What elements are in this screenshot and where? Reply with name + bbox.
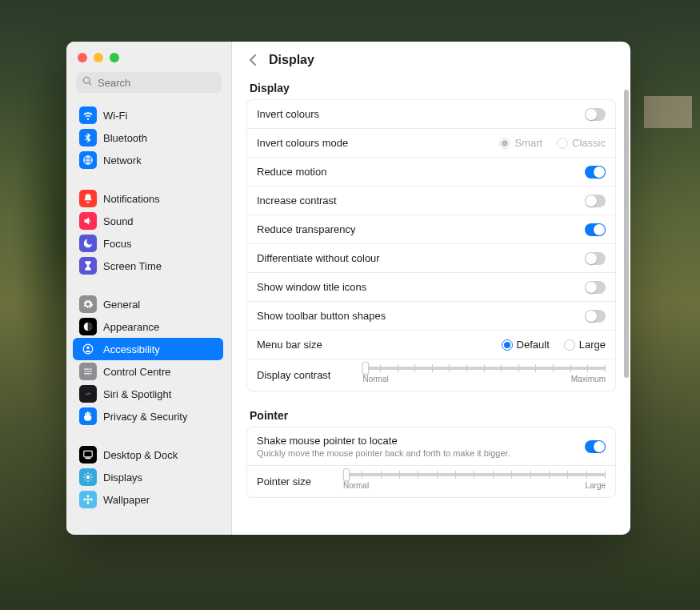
toggle-diff-colour[interactable] <box>585 252 606 265</box>
sidebar-item-appearance[interactable]: Appearance <box>73 315 223 338</box>
sidebar-item-wallpaper[interactable]: Wallpaper <box>73 488 223 511</box>
svg-point-9 <box>87 495 90 498</box>
slider-display-contrast[interactable] <box>362 367 606 370</box>
slider-thumb-display-contrast[interactable] <box>362 362 369 375</box>
sidebar-item-focus[interactable]: Focus <box>73 232 223 255</box>
row-title-icons: Show window title icons <box>247 273 615 302</box>
sidebar-item-label: Appearance <box>103 321 159 333</box>
close-window-button[interactable] <box>78 53 87 62</box>
back-button[interactable] <box>246 53 261 67</box>
label-diff-colour: Differentiate without colour <box>257 252 380 264</box>
section-heading-pointer: Pointer <box>250 409 616 422</box>
slider-min-pointer-size: Normal <box>343 481 369 490</box>
row-reduce-motion: Reduce motion <box>247 158 615 187</box>
search-field[interactable] <box>76 72 222 93</box>
row-menu-bar-size: Menu bar size DefaultLarge <box>247 331 615 359</box>
sidebar-item-network[interactable]: Network <box>73 149 223 171</box>
globe-icon <box>79 151 97 169</box>
radio-option-smart: Smart <box>499 137 542 149</box>
toggle-increase-contrast[interactable] <box>585 195 606 207</box>
label-shake-pointer: Shake mouse pointer to locate <box>257 435 510 447</box>
sound-icon <box>79 212 97 230</box>
radio-icon <box>499 138 510 149</box>
sidebar-item-label: General <box>103 299 140 311</box>
toggle-button-shapes[interactable] <box>585 310 606 323</box>
sub-shake-pointer: Quickly move the mouse pointer back and … <box>257 448 510 458</box>
appearance-icon <box>79 318 97 335</box>
minimize-window-button[interactable] <box>94 53 103 62</box>
sidebar-item-label: Wi-Fi <box>103 110 127 122</box>
sidebar-item-label: Wallpaper <box>103 494 150 506</box>
search-input[interactable] <box>98 77 215 89</box>
sidebar-item-label: Network <box>103 155 142 167</box>
slider-max-display-contrast: Maximum <box>571 375 606 383</box>
page-title: Display <box>269 53 314 67</box>
sidebar-item-bluetooth[interactable]: Bluetooth <box>73 126 223 149</box>
toggle-invert-colours[interactable] <box>585 108 606 121</box>
label-menu-bar-size: Menu bar size <box>257 339 322 351</box>
sidebar-item-label: Displays <box>103 472 142 484</box>
label-title-icons: Show window title icons <box>257 281 366 293</box>
sidebar-item-wifi[interactable]: Wi-Fi <box>73 104 223 126</box>
pointer-settings-card: Shake mouse pointer to locate Quickly mo… <box>246 427 616 498</box>
maximize-window-button[interactable] <box>110 53 119 62</box>
toggle-reduce-motion[interactable] <box>585 166 606 179</box>
svg-point-7 <box>86 476 90 480</box>
radio-option-classic: Classic <box>557 137 606 149</box>
sidebar-item-label: Screen Time <box>103 260 162 272</box>
flower-icon <box>79 491 97 508</box>
sidebar-item-screentime[interactable]: Screen Time <box>73 255 223 277</box>
window-controls <box>66 50 231 72</box>
sidebar-item-controlcentre[interactable]: Control Centre <box>73 360 223 383</box>
sun-icon <box>79 468 97 486</box>
sidebar-item-notifications[interactable]: Notifications <box>73 187 223 210</box>
sidebar-item-label: Sound <box>103 215 134 227</box>
radio-label: Smart <box>514 137 542 149</box>
sidebar-item-general[interactable]: General <box>73 293 223 315</box>
sidebar-item-label: Focus <box>103 238 131 250</box>
person-icon <box>79 340 97 358</box>
svg-point-8 <box>86 498 90 501</box>
sidebar-item-sound[interactable]: Sound <box>73 210 223 232</box>
radio-icon <box>557 138 568 149</box>
row-reduce-transparency: Reduce transparency <box>247 215 615 244</box>
wifi-icon <box>79 106 97 124</box>
radio-label: Default <box>517 339 550 351</box>
label-button-shapes: Show toolbar button shapes <box>257 310 386 322</box>
toggle-reduce-transparency[interactable] <box>585 223 606 236</box>
toggle-shake-pointer[interactable] <box>585 440 606 453</box>
svg-point-3 <box>86 347 90 350</box>
row-display-contrast: Display contrast Normal Maximum <box>247 359 615 391</box>
hand-icon <box>79 407 97 425</box>
sidebar-item-label: Bluetooth <box>103 132 147 144</box>
content-pane: Display Display Invert colours Invert co… <box>232 42 630 535</box>
radio-icon <box>502 339 513 351</box>
label-pointer-size: Pointer size <box>257 476 311 488</box>
radio-option-large[interactable]: Large <box>564 339 606 351</box>
toggle-title-icons[interactable] <box>585 281 606 294</box>
row-pointer-size: Pointer size Normal Large <box>247 466 615 497</box>
svg-point-11 <box>83 499 86 501</box>
label-reduce-motion: Reduce motion <box>257 166 326 178</box>
sidebar-item-desktop[interactable]: Desktop & Dock <box>73 443 223 466</box>
label-display-contrast: Display contrast <box>257 369 330 381</box>
moon-icon <box>79 235 97 252</box>
row-invert-mode: Invert colours mode SmartClassic <box>247 129 615 158</box>
content-scrollbar[interactable] <box>624 90 629 378</box>
row-increase-contrast: Increase contrast <box>247 187 615 215</box>
display-settings-card: Invert colours Invert colours mode Smart… <box>246 99 616 391</box>
slider-thumb-pointer-size[interactable] <box>343 468 350 481</box>
sidebar-item-privacy[interactable]: Privacy & Security <box>73 405 223 427</box>
sidebar-item-displays[interactable]: Displays <box>73 466 223 488</box>
search-icon <box>82 76 93 89</box>
svg-rect-6 <box>86 458 91 460</box>
sidebar-item-accessibility[interactable]: Accessibility <box>73 338 223 360</box>
svg-rect-5 <box>84 451 93 457</box>
sidebar-item-label: Siri & Spotlight <box>103 388 171 400</box>
radio-option-default[interactable]: Default <box>502 339 550 351</box>
label-invert-mode: Invert colours mode <box>257 137 348 149</box>
svg-point-10 <box>87 501 90 504</box>
slider-max-pointer-size: Large <box>585 481 606 490</box>
slider-pointer-size[interactable] <box>343 473 606 476</box>
sidebar-item-siri[interactable]: Siri & Spotlight <box>73 383 223 405</box>
